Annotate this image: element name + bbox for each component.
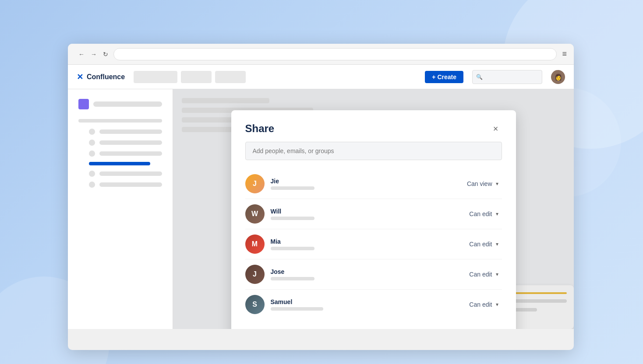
avatar-jie-letter: J xyxy=(253,180,257,188)
browser-menu-icon[interactable]: ≡ xyxy=(562,49,567,59)
user-email-mia xyxy=(271,247,314,250)
sidebar-icon xyxy=(78,99,89,109)
user-email-will xyxy=(271,217,314,220)
permission-dropdown-jose[interactable]: Can edit ▾ xyxy=(458,268,502,280)
user-email-jose xyxy=(271,277,314,280)
add-people-input[interactable] xyxy=(245,142,502,160)
modal-title: Share xyxy=(245,122,275,135)
user-name-samuel: Samuel xyxy=(271,298,452,305)
nav-pill-3[interactable] xyxy=(215,71,246,83)
user-name-jie: Jie xyxy=(271,178,452,185)
modal-header: Share × xyxy=(231,110,516,142)
modal-overlay: Share × J xyxy=(173,89,574,329)
permission-dropdown-will[interactable]: Can edit ▾ xyxy=(458,208,502,220)
chevron-down-icon-will: ▾ xyxy=(496,211,498,217)
confluence-logo: ✕ Confluence xyxy=(77,72,125,82)
sidebar-sub-3[interactable] xyxy=(75,149,166,158)
user-info-will: Will xyxy=(271,208,452,220)
sidebar-sub-label-4 xyxy=(99,172,162,176)
avatar-image: 👩 xyxy=(555,74,562,80)
sidebar-sub-label-3 xyxy=(99,151,162,156)
search-icon: 🔍 xyxy=(476,74,483,80)
avatar-mia: M xyxy=(245,234,265,254)
user-name-jose: Jose xyxy=(271,268,452,275)
avatar-jie: J xyxy=(245,174,265,193)
user-info-samuel: Samuel xyxy=(271,298,452,311)
chevron-down-icon-jie: ▾ xyxy=(496,181,498,187)
main-content: Share × J xyxy=(173,89,574,329)
avatar-samuel-letter: S xyxy=(252,301,257,308)
app-header: ✕ Confluence + Create 🔍 👩 xyxy=(68,65,574,89)
modal-body: J Jie Can view ▾ xyxy=(231,142,516,329)
sidebar-sub-label-5 xyxy=(99,182,162,187)
user-row-mia: M Mia Can edit ▾ xyxy=(245,229,502,259)
permission-label-samuel: Can edit xyxy=(469,301,492,308)
sidebar-scroll-1 xyxy=(78,119,162,122)
browser-frame: ← → ↻ ≡ ✕ Confluence + Create 🔍 👩 xyxy=(68,44,574,350)
user-email-samuel xyxy=(271,307,323,311)
user-avatar[interactable]: 👩 xyxy=(551,70,565,84)
nav-pill-1[interactable] xyxy=(134,71,177,83)
avatar-jose: J xyxy=(245,265,265,284)
avatar-will-letter: W xyxy=(251,210,258,218)
search-bar[interactable]: 🔍 xyxy=(472,70,542,84)
permission-label-mia: Can edit xyxy=(469,241,492,248)
user-row-jose: J Jose Can edit ▾ xyxy=(245,259,502,290)
sidebar-item-main[interactable] xyxy=(75,96,166,112)
chevron-down-icon-samuel: ▾ xyxy=(496,301,498,308)
confluence-logo-text: Confluence xyxy=(87,73,125,81)
sidebar-sub-5[interactable] xyxy=(75,180,166,189)
user-list: J Jie Can view ▾ xyxy=(245,169,502,319)
permission-label-jie: Can view xyxy=(467,180,492,187)
create-button[interactable]: + Create xyxy=(425,71,463,83)
browser-navigation: ← → ↻ xyxy=(78,51,108,58)
user-info-mia: Mia xyxy=(271,238,452,250)
back-button[interactable]: ← xyxy=(78,51,85,58)
chevron-down-icon-mia: ▾ xyxy=(496,241,498,247)
sidebar-sub-4[interactable] xyxy=(75,169,166,178)
chevron-down-icon-jose: ▾ xyxy=(496,271,498,277)
user-name-will: Will xyxy=(271,208,452,215)
sidebar-sub-dot-4 xyxy=(89,171,95,177)
share-modal: Share × J xyxy=(231,110,516,329)
user-name-mia: Mia xyxy=(271,238,452,245)
permission-label-jose: Can edit xyxy=(469,271,492,278)
permission-dropdown-jie[interactable]: Can view ▾ xyxy=(458,178,502,190)
sidebar-sub-dot-5 xyxy=(89,182,95,188)
browser-toolbar: ← → ↻ ≡ xyxy=(68,44,574,65)
app-body: Share × J xyxy=(68,89,574,329)
sidebar-sub-dot-1 xyxy=(89,129,95,135)
nav-pills xyxy=(134,71,416,83)
sidebar-sub-dot-2 xyxy=(89,140,95,146)
avatar-mia-letter: M xyxy=(252,240,258,248)
permission-dropdown-mia[interactable]: Can edit ▾ xyxy=(458,238,502,250)
sidebar xyxy=(68,89,173,329)
address-bar[interactable] xyxy=(113,48,557,60)
avatar-jose-letter: J xyxy=(253,270,257,278)
permission-label-will: Can edit xyxy=(469,210,492,217)
sidebar-sub-dot-3 xyxy=(89,150,95,157)
confluence-logo-icon: ✕ xyxy=(77,72,83,82)
close-button[interactable]: × xyxy=(490,122,502,135)
avatar-will: W xyxy=(245,204,265,224)
refresh-button[interactable]: ↻ xyxy=(103,51,108,58)
sidebar-main-label xyxy=(93,102,162,107)
sidebar-sub-2[interactable] xyxy=(75,138,166,147)
sidebar-sub-label-1 xyxy=(99,130,162,134)
user-info-jose: Jose xyxy=(271,268,452,280)
user-row-samuel: S Samuel Can edit ▾ xyxy=(245,290,502,319)
forward-button[interactable]: → xyxy=(91,51,97,58)
user-row-jie: J Jie Can view ▾ xyxy=(245,169,502,199)
user-email-jie xyxy=(271,186,314,190)
user-info-jie: Jie xyxy=(271,178,452,190)
sidebar-sub-label-2 xyxy=(99,140,162,145)
user-row-will: W Will Can edit ▾ xyxy=(245,199,502,229)
nav-pill-2[interactable] xyxy=(181,71,212,83)
sidebar-active-bar xyxy=(89,162,150,165)
sidebar-sub-1[interactable] xyxy=(75,127,166,136)
avatar-samuel: S xyxy=(245,295,265,314)
permission-dropdown-samuel[interactable]: Can edit ▾ xyxy=(458,298,502,311)
